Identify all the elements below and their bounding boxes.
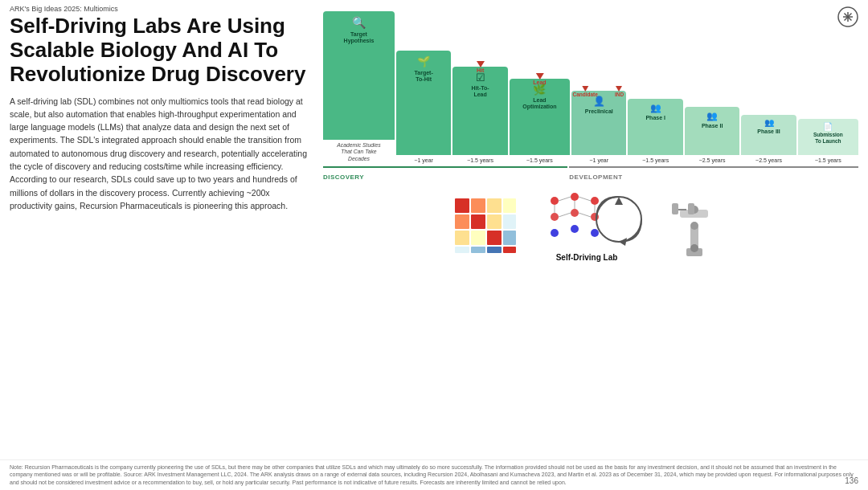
dur-pre: ~1 year [590,157,609,163]
stage-lead-optimization: Lead 🌿 LeadOptimization ~1.5 years [510,79,570,163]
stage-submission: 📄 SubmissionTo Launch ~1.5 years [798,119,858,163]
stage-phase-3: 👥 Phase III ~2.5 years [741,115,796,163]
page-number: 136 [845,476,858,485]
development-label: DEVELOPMENT [569,174,622,181]
icon-search: 🔍 [352,16,366,29]
heatmap-illustration [453,197,518,255]
svg-rect-14 [455,231,469,245]
svg-line-32 [579,197,591,201]
dur-p2: ~2.5 years [699,157,726,163]
stage-label-target: TargetHypothesis [344,31,375,45]
svg-rect-11 [471,214,485,229]
stage-label-p3: Phase III [757,129,780,135]
icon-check: ☑ [476,71,485,84]
svg-rect-12 [487,214,502,229]
sdl-label: Self-Driving Lab [556,253,618,262]
svg-rect-21 [503,247,516,253]
svg-rect-46 [672,203,678,214]
svg-rect-7 [471,198,485,213]
svg-rect-10 [455,214,469,229]
stage-label-pre: Preclinical [585,108,613,115]
stage-label-lo: LeadOptimization [522,97,556,111]
icon-leaf: 🌿 [533,84,546,96]
stage-preclinical: Candidate IND 👤 Preclinical ~1 year [571,91,626,163]
robot-arm-illustration [656,194,728,258]
left-panel: Self-Driving Labs Are Using Scalable Bio… [10,14,323,459]
page-title: Self-Driving Labs Are Using Scalable Bio… [10,14,310,87]
svg-rect-8 [487,198,502,213]
dur-tth: ~1 year [414,157,433,163]
dur-p1: ~1.5 years [642,157,669,163]
page: ARK's Big Ideas 2025: Multiomics Self-Dr… [0,0,868,490]
dur-p3: ~2.5 years [755,157,782,163]
stage-label-tth: Target-To-Hit [415,70,433,84]
svg-point-28 [551,229,559,237]
marker-ind: IND [615,92,624,97]
svg-rect-20 [487,247,502,253]
svg-point-44 [690,222,698,230]
icon-doc: 📄 [823,122,833,131]
right-panel: 🔍 TargetHypothesis Academic StudiesThat … [323,14,858,459]
discovery-label: DISCOVERY [323,174,364,181]
stage-label-htl: Hit-To-Lead [472,85,489,99]
svg-point-23 [571,193,579,201]
svg-point-29 [571,225,579,233]
icon-plant: 🌱 [417,55,430,67]
stage-target-to-hit: 🌱 Target-To-Hit ~1 year [396,51,451,163]
icon-people1: 👥 [650,103,661,113]
icon-people2: 👥 [706,111,718,121]
svg-marker-39 [615,197,623,205]
dur-sub: ~1.5 years [815,157,841,163]
svg-rect-17 [503,231,516,245]
marker-candidate: Candidate [572,92,597,97]
svg-rect-47 [688,203,694,214]
stage-phase-1: 👥 Phase I ~1.5 years [628,99,682,163]
illustrations-row: Self-Driving Lab [323,186,858,265]
svg-rect-19 [471,247,485,253]
svg-rect-15 [471,231,485,245]
svg-rect-18 [455,247,469,253]
body-text: A self-driving lab (SDL) combines not on… [10,95,310,212]
svg-point-22 [551,197,559,205]
footer: Note: Recursion Pharmaceuticals is the c… [0,459,868,490]
top-label: ARK's Big Ideas 2025: Multiomics [0,0,868,14]
dur-htl: ~1.5 years [467,157,493,163]
stage-target-hypothesis: 🔍 TargetHypothesis Academic StudiesThat … [323,11,395,163]
icon-people3: 👥 [764,118,774,127]
svg-point-25 [551,213,559,221]
svg-marker-40 [619,238,627,246]
svg-point-30 [591,229,599,237]
stage-hit-to-lead: Hit ☑ Hit-To-Lead ~1.5 years [452,67,507,163]
network-cycle-illustration: Self-Driving Lab [530,189,643,262]
stage-phase-2: 👥 Phase II ~2.5 years [685,107,739,163]
svg-point-49 [690,244,698,252]
svg-line-34 [579,213,591,217]
svg-point-26 [571,209,579,217]
svg-rect-9 [503,198,516,213]
stage-label-p2: Phase II [702,123,723,129]
icon-person: 👤 [593,96,605,107]
dur-lo: ~1.5 years [526,157,553,163]
academic-note: Academic StudiesThat Can TakeDecades [337,142,380,163]
pipeline-wrapper: 🔍 TargetHypothesis Academic StudiesThat … [323,14,858,182]
stage-label-p1: Phase I [645,115,665,121]
marker-hit: Hit [477,67,484,73]
marker-lead: Lead [533,80,546,85]
svg-line-31 [559,197,571,201]
svg-rect-6 [455,198,469,213]
main-content: Self-Driving Labs Are Using Scalable Bio… [0,14,868,459]
svg-point-24 [591,197,599,205]
stage-label-sub: SubmissionTo Launch [813,132,843,145]
svg-rect-16 [487,231,502,245]
svg-line-33 [559,213,571,217]
svg-rect-13 [503,214,516,229]
footer-text: Note: Recursion Pharmaceuticals is the c… [10,464,854,486]
